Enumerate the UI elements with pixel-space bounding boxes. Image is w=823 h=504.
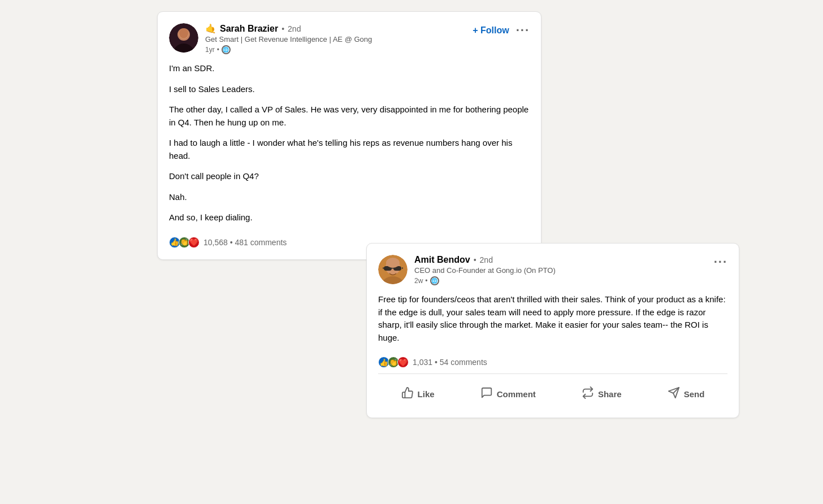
header-actions-sarah: + Follow ··· <box>473 23 530 38</box>
post-meta-amit: 2w • 🌐 <box>414 276 714 285</box>
follow-label-sarah: + Follow <box>473 25 509 36</box>
action-divider <box>378 373 727 374</box>
comment-button[interactable]: Comment <box>473 382 544 406</box>
degree-sarah: • <box>281 24 284 33</box>
avatar-amit[interactable] <box>378 255 408 284</box>
post-line-5: Don't call people in Q4? <box>169 170 530 183</box>
degree-label-sarah: 2nd <box>288 24 301 33</box>
send-action-icon <box>668 386 680 402</box>
heart-icon-amit: ❤️ <box>397 357 409 368</box>
follow-button-sarah[interactable]: + Follow <box>473 25 509 36</box>
post-line-4: I had to laugh a little - I wonder what … <box>169 137 530 162</box>
more-options-sarah[interactable]: ··· <box>516 23 530 38</box>
reaction-icons-sarah[interactable]: 👍 👏 ❤️ <box>169 237 198 248</box>
post-line-6: Nah. <box>169 191 530 204</box>
svg-point-13 <box>386 258 400 268</box>
author-tagline-amit: CEO and Co-Founder at Gong.io (On PTO) <box>414 266 714 275</box>
degree-label-amit: 2nd <box>480 255 493 264</box>
author-tagline-sarah: Get Smart | Get Revenue Intelligence | A… <box>205 35 473 44</box>
comment-action-icon <box>480 386 493 402</box>
svg-rect-12 <box>402 268 403 269</box>
svg-rect-11 <box>383 268 384 269</box>
send-label: Send <box>684 389 705 399</box>
post-header-amit: Amit Bendov • 2nd CEO and Co-Founder at … <box>378 255 727 285</box>
post-text-amit: Free tip for founders/ceos that aren't t… <box>378 293 727 344</box>
post-card-amit: Amit Bendov • 2nd CEO and Co-Founder at … <box>366 243 739 418</box>
reactions-row-amit: 👍 👏 ❤️ 1,031 • 54 comments <box>378 352 727 368</box>
reactions-count-sarah: 10,568 • 481 comments <box>203 238 287 247</box>
like-label: Like <box>418 389 435 399</box>
reaction-icons-amit[interactable]: 👍 👏 ❤️ <box>378 357 407 368</box>
post-body-amit: Free tip for founders/ceos that aren't t… <box>378 293 727 344</box>
globe-icon-amit: 🌐 <box>430 276 439 285</box>
share-button[interactable]: Share <box>574 382 630 406</box>
comment-label: Comment <box>497 389 536 399</box>
post-line-3: The other day, I called a VP of Sales. H… <box>169 103 530 129</box>
share-label: Share <box>598 389 622 399</box>
post-line-1: I'm an SDR. <box>169 62 530 75</box>
post-meta-sarah: 1yr • 🌐 <box>205 45 473 54</box>
degree-sep-amit: • <box>474 255 477 264</box>
post-card-sarah: 🤙 Sarah Brazier • 2nd Get Smart | Get Re… <box>157 11 542 260</box>
action-bar-amit: Like Comment <box>378 380 727 406</box>
author-name-sarah[interactable]: Sarah Brazier <box>220 24 278 34</box>
more-options-amit[interactable]: ··· <box>714 255 727 270</box>
svg-point-4 <box>179 28 188 38</box>
globe-icon-sarah: 🌐 <box>222 45 231 54</box>
header-actions-amit: ··· <box>714 255 727 270</box>
post-time-sarah: 1yr <box>205 46 215 54</box>
post-time-amit: 2w <box>414 277 423 285</box>
user-info-amit: Amit Bendov • 2nd CEO and Co-Founder at … <box>414 255 714 285</box>
like-button[interactable]: Like <box>393 382 443 406</box>
heart-icon: ❤️ <box>188 237 200 248</box>
post-line-7: And so, I keep dialing. <box>169 211 530 224</box>
author-name-amit[interactable]: Amit Bendov <box>414 255 470 265</box>
post-header-sarah: 🤙 Sarah Brazier • 2nd Get Smart | Get Re… <box>169 23 530 54</box>
reactions-count-amit: 1,031 • 54 comments <box>413 358 487 367</box>
author-emoji-sarah: 🤙 <box>205 23 216 34</box>
share-action-icon <box>582 386 594 402</box>
post-line-2: I sell to Sales Leaders. <box>169 83 530 96</box>
send-button[interactable]: Send <box>660 382 713 406</box>
like-action-icon <box>401 386 414 402</box>
user-info-sarah: 🤙 Sarah Brazier • 2nd Get Smart | Get Re… <box>205 23 473 54</box>
post-body-sarah: I'm an SDR. I sell to Sales Leaders. The… <box>169 62 530 224</box>
avatar-sarah[interactable] <box>169 23 198 53</box>
